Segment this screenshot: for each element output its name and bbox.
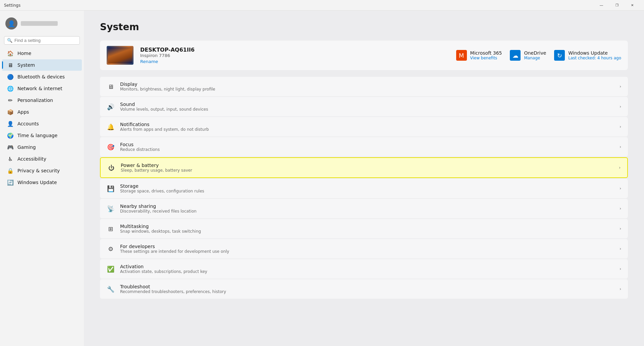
settings-item-developers[interactable]: ⚙ For developers These settings are inte… xyxy=(100,239,628,258)
device-action-onedrive[interactable]: ☁ OneDrive Manage xyxy=(510,50,546,61)
gaming-icon: 🎮 xyxy=(7,144,13,150)
settings-item-storage[interactable]: 💾 Storage Storage space, drives, configu… xyxy=(100,179,628,198)
sidebar-item-privacy[interactable]: 🔒 Privacy & security xyxy=(2,165,82,176)
close-button[interactable]: ✕ xyxy=(625,0,640,11)
minimize-button[interactable]: — xyxy=(594,0,609,11)
settings-item-nearby[interactable]: 📡 Nearby sharing Discoverability, receiv… xyxy=(100,199,628,218)
sidebar-label-network: Network & internet xyxy=(17,86,62,91)
notifications-icon: 🔔 xyxy=(107,123,115,131)
sidebar-label-system: System xyxy=(17,62,35,68)
notifications-title: Notifications xyxy=(120,122,614,127)
user-profile[interactable]: 👤 xyxy=(0,13,84,35)
restore-button[interactable]: ❐ xyxy=(609,0,625,11)
activation-chevron: › xyxy=(620,267,621,271)
activation-desc: Activation state, subscriptions, product… xyxy=(120,269,614,274)
display-chevron: › xyxy=(620,84,621,89)
sidebar-item-network[interactable]: 🌐 Network & internet xyxy=(2,83,82,94)
troubleshoot-text: Troubleshoot Recommended troubleshooters… xyxy=(120,284,614,294)
sidebar-item-bluetooth[interactable]: 🔵 Bluetooth & devices xyxy=(2,71,82,82)
network-icon: 🌐 xyxy=(7,85,13,92)
focus-desc: Reduce distractions xyxy=(120,147,614,152)
display-title: Display xyxy=(120,81,614,87)
power-icon: ⏻ xyxy=(107,164,115,172)
sidebar-item-gaming[interactable]: 🎮 Gaming xyxy=(2,141,82,153)
sidebar-item-windowsupdate[interactable]: 🔄 Windows Update xyxy=(2,177,82,188)
sidebar-item-accounts[interactable]: 👤 Accounts xyxy=(2,118,82,129)
developers-desc: These settings are intended for developm… xyxy=(120,249,614,254)
winupdate-label: Windows Update xyxy=(568,50,621,56)
developers-chevron: › xyxy=(620,246,621,251)
power-text: Power & battery Sleep, battery usage, ba… xyxy=(121,163,613,173)
settings-item-notifications[interactable]: 🔔 Notifications Alerts from apps and sys… xyxy=(100,117,628,136)
sidebar-item-apps[interactable]: 📦 Apps xyxy=(2,106,82,118)
settings-list: 🖥 Display Monitors, brightness, night li… xyxy=(100,77,628,299)
sidebar-item-time[interactable]: 🌍 Time & language xyxy=(2,130,82,141)
focus-chevron: › xyxy=(620,145,621,149)
power-chevron: › xyxy=(619,165,621,170)
sidebar-label-gaming: Gaming xyxy=(17,145,36,150)
nearby-icon: 📡 xyxy=(107,205,115,213)
settings-item-focus[interactable]: 🎯 Focus Reduce distractions › xyxy=(100,137,628,157)
titlebar: Settings — ❐ ✕ xyxy=(0,0,644,11)
rename-link[interactable]: Rename xyxy=(140,59,158,64)
settings-item-display[interactable]: 🖥 Display Monitors, brightness, night li… xyxy=(100,77,628,96)
accessibility-icon: ♿ xyxy=(7,156,13,162)
display-text: Display Monitors, brightness, night ligh… xyxy=(120,81,614,92)
sound-desc: Volume levels, output, input, sound devi… xyxy=(120,107,614,112)
winupdate-icon: ↻ xyxy=(554,50,565,61)
sidebar-label-time: Time & language xyxy=(17,133,57,138)
content-area: System DESKTOP-AQ61II6 Inspiron 7786 Ren… xyxy=(84,11,644,346)
apps-icon: 📦 xyxy=(7,109,13,115)
troubleshoot-desc: Recommended troubleshooters, preferences… xyxy=(120,289,614,294)
sound-text: Sound Volume levels, output, input, soun… xyxy=(120,102,614,112)
search-input[interactable] xyxy=(14,38,77,43)
settings-item-activation[interactable]: ✅ Activation Activation state, subscript… xyxy=(100,259,628,279)
sidebar-label-accessibility: Accessibility xyxy=(17,156,46,162)
sidebar-label-home: Home xyxy=(17,51,31,56)
focus-title: Focus xyxy=(120,142,614,147)
multitasking-chevron: › xyxy=(620,226,621,231)
settings-item-multitasking[interactable]: ⊞ Multitasking Snap windows, desktops, t… xyxy=(100,219,628,238)
activation-title: Activation xyxy=(120,264,614,269)
onedrive-sublabel[interactable]: Manage xyxy=(524,56,546,60)
multitasking-text: Multitasking Snap windows, desktops, tas… xyxy=(120,224,614,234)
settings-item-power[interactable]: ⏻ Power & battery Sleep, battery usage, … xyxy=(100,157,628,178)
settings-item-sound[interactable]: 🔊 Sound Volume levels, output, input, so… xyxy=(100,97,628,116)
device-card: DESKTOP-AQ61II6 Inspiron 7786 Rename M M… xyxy=(100,41,628,70)
troubleshoot-title: Troubleshoot xyxy=(120,284,614,289)
notifications-text: Notifications Alerts from apps and syste… xyxy=(120,122,614,132)
search-box[interactable]: 🔍 xyxy=(4,36,80,45)
sidebar-label-bluetooth: Bluetooth & devices xyxy=(17,74,65,79)
sound-icon: 🔊 xyxy=(107,103,115,111)
winupdate-text: Windows Update Last checked: 4 hours ago xyxy=(568,50,621,60)
privacy-icon: 🔒 xyxy=(7,168,13,174)
multitasking-title: Multitasking xyxy=(120,224,614,229)
sidebar-item-home[interactable]: 🏠 Home xyxy=(2,48,82,59)
display-icon: 🖥 xyxy=(107,82,115,91)
sidebar-label-apps: Apps xyxy=(17,109,29,115)
ms365-label: Microsoft 365 xyxy=(470,50,502,56)
power-title: Power & battery xyxy=(121,163,613,168)
home-icon: 🏠 xyxy=(7,50,13,56)
nearby-chevron: › xyxy=(620,206,621,211)
sidebar: 👤 🔍 🏠 Home 🖥 System 🔵 Bluetooth & device… xyxy=(0,11,84,346)
device-model: Inspiron 7786 xyxy=(140,53,449,58)
time-icon: 🌍 xyxy=(7,132,13,138)
focus-text: Focus Reduce distractions xyxy=(120,142,614,152)
display-desc: Monitors, brightness, night light, displ… xyxy=(120,87,614,92)
device-action-ms365[interactable]: M Microsoft 365 View benefits xyxy=(456,50,502,61)
storage-chevron: › xyxy=(620,186,621,191)
search-icon: 🔍 xyxy=(7,38,12,43)
sidebar-item-system[interactable]: 🖥 System xyxy=(2,59,82,71)
sidebar-label-accounts: Accounts xyxy=(17,121,39,126)
winupdate-sublabel[interactable]: Last checked: 4 hours ago xyxy=(568,56,621,60)
developers-icon: ⚙ xyxy=(107,245,115,253)
nav-menu: 🏠 Home 🖥 System 🔵 Bluetooth & devices 🌐 … xyxy=(0,47,84,188)
system-icon: 🖥 xyxy=(7,62,13,68)
settings-item-troubleshoot[interactable]: 🔧 Troubleshoot Recommended troubleshoote… xyxy=(100,279,628,299)
device-action-winupdate[interactable]: ↻ Windows Update Last checked: 4 hours a… xyxy=(554,50,621,61)
ms365-sublabel[interactable]: View benefits xyxy=(470,56,502,60)
sidebar-item-accessibility[interactable]: ♿ Accessibility xyxy=(2,153,82,165)
sidebar-item-personalization[interactable]: ✏️ Personalization xyxy=(2,95,82,106)
main-window: 👤 🔍 🏠 Home 🖥 System 🔵 Bluetooth & device… xyxy=(0,11,644,346)
